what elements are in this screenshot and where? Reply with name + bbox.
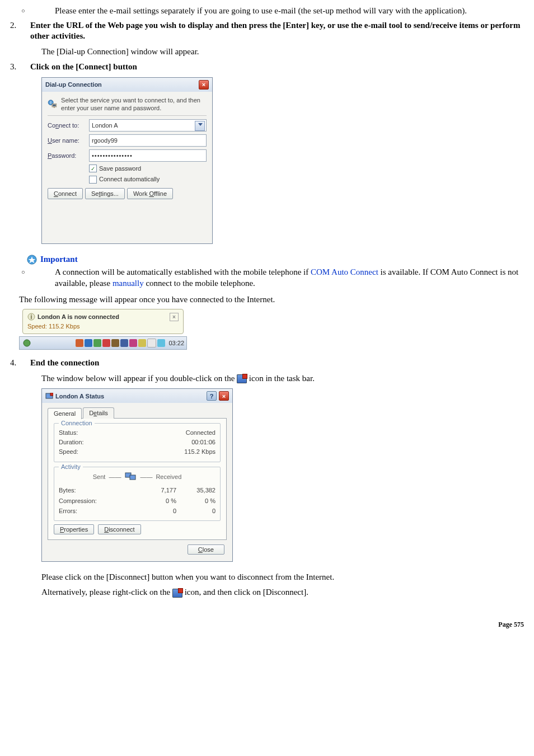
speed-value: 115.2 Kbps: [184, 448, 216, 456]
connect-to-label: Connect to:: [48, 121, 89, 129]
step-number-3: 3.: [10, 62, 30, 73]
compression-label: Compression:: [59, 496, 137, 506]
settings-button[interactable]: Settings...: [85, 188, 125, 199]
step-4-heading: End the connection: [30, 358, 524, 369]
step-2-heading: Enter the URL of the Web page you wish t…: [30, 20, 524, 42]
group-connection: Connection: [59, 419, 95, 427]
step-4-p3: Alternatively, please right-click on the…: [41, 587, 524, 598]
close-button[interactable]: Close: [188, 544, 224, 555]
save-password-checkbox[interactable]: ✓: [89, 165, 97, 172]
step-number-2: 2.: [10, 20, 30, 42]
duration-value: 00:01:06: [191, 438, 216, 446]
connection-tray-icon: [172, 589, 182, 598]
tray-icon[interactable]: [129, 339, 137, 347]
svg-rect-3: [54, 107, 55, 108]
activity-icon: [124, 472, 137, 482]
tray-icon[interactable]: [147, 339, 156, 348]
tray-icon[interactable]: [138, 339, 146, 347]
duration-label: Duration:: [59, 438, 84, 446]
com-auto-connect-link[interactable]: COM Auto Connect: [311, 267, 378, 276]
step-4-p1: The window below will appear if you doub…: [41, 373, 524, 384]
important-body: A connection will be automatically estab…: [55, 267, 524, 289]
err-sent: 0: [137, 506, 176, 516]
tray-icon[interactable]: [102, 339, 110, 347]
balloon-speed: Speed: 115.2 Kbps: [27, 322, 179, 330]
group-activity: Activity: [59, 463, 83, 471]
help-icon[interactable]: ?: [207, 391, 217, 401]
password-input[interactable]: •••••••••••••••: [89, 149, 207, 162]
work-offline-button[interactable]: Work Offline: [127, 188, 173, 199]
username-label: User name:: [48, 137, 89, 144]
connection-tray-icon: [237, 374, 247, 383]
properties-button[interactable]: Properties: [54, 524, 94, 534]
manually-link[interactable]: manually: [113, 279, 144, 288]
chevron-down-icon[interactable]: [198, 123, 203, 126]
status-value: Connected: [186, 429, 216, 436]
username-input[interactable]: rgoody99: [89, 134, 207, 147]
balloon-close-icon[interactable]: ×: [170, 313, 179, 321]
save-password-label: Save password: [99, 165, 141, 172]
dialup-icon: [48, 96, 58, 112]
tray-clock: 03:22: [168, 339, 184, 347]
connect-auto-label: Connect automatically: [99, 175, 160, 183]
svg-rect-10: [50, 393, 53, 396]
tray-icon[interactable]: [93, 339, 101, 347]
tray-icon[interactable]: [85, 339, 92, 347]
received-header: Received: [156, 473, 181, 481]
dialup-window-title: Dial-up Connection: [45, 81, 102, 88]
comp-recv: 0 %: [176, 496, 216, 506]
dialup-blurb: Select the service you want to connect t…: [61, 96, 207, 112]
tab-details[interactable]: Details: [83, 407, 114, 418]
tray-icon[interactable]: [111, 339, 119, 347]
comp-sent: 0 %: [137, 496, 176, 506]
step-number-4: 4.: [10, 358, 30, 369]
status-label: Status:: [59, 429, 78, 436]
important-heading: Important: [40, 254, 78, 265]
step-4-p2: Please click on the [Disconnect] button …: [41, 572, 524, 583]
svg-text:i: i: [31, 314, 32, 320]
tray-icon[interactable]: [76, 339, 83, 347]
tray-start-icon[interactable]: [23, 339, 31, 347]
tab-general[interactable]: General: [48, 408, 82, 419]
step-3-heading: Click on the [Connect] button: [30, 62, 524, 73]
list-bullet: ○: [21, 269, 25, 275]
taskbar: 03:22: [19, 336, 187, 350]
close-icon[interactable]: ×: [199, 80, 209, 90]
connect-button[interactable]: Connect: [48, 188, 83, 199]
status-window-title: London A Status: [55, 392, 104, 400]
bullet-email-settings: Please enter the e-mail settings separat…: [55, 6, 524, 17]
bytes-recv: 35,382: [176, 485, 216, 495]
connect-auto-checkbox[interactable]: [89, 176, 97, 184]
sent-header: Sent: [93, 473, 106, 481]
status-title-icon: [45, 393, 53, 400]
page-number: Page 575: [498, 621, 524, 628]
bytes-sent: 7,177: [137, 485, 176, 495]
tray-icon[interactable]: [120, 339, 128, 347]
errors-label: Errors:: [59, 506, 137, 516]
close-icon[interactable]: ×: [219, 391, 229, 401]
disconnect-button[interactable]: Disconnect: [98, 524, 140, 534]
connect-to-select[interactable]: London A: [89, 119, 207, 132]
list-bullet: ○: [21, 7, 25, 14]
err-recv: 0: [176, 506, 216, 516]
connected-message-intro: The following message will appear once y…: [19, 294, 524, 306]
svg-rect-12: [130, 475, 135, 480]
info-icon: i: [27, 313, 35, 321]
tray-notification: i London A is now connected × Speed: 115…: [19, 309, 187, 350]
tray-icon[interactable]: [157, 339, 165, 347]
step-2-followup: The [Dial-up Connection] window will app…: [41, 46, 524, 58]
speed-label: Speed:: [59, 448, 78, 456]
bytes-label: Bytes:: [59, 485, 137, 495]
dialup-connection-window: Dial-up Connection × Select the service …: [41, 77, 213, 244]
svg-rect-2: [53, 104, 56, 106]
important-icon: [27, 255, 37, 265]
status-window: London A Status ? × General Details Conn…: [41, 388, 233, 562]
password-label: Password:: [48, 152, 89, 159]
svg-point-8: [24, 340, 30, 346]
